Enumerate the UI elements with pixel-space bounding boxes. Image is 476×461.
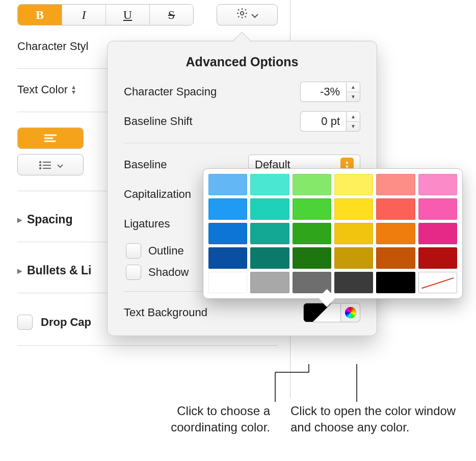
color-swatch[interactable] [208, 272, 247, 293]
baseline-label: Baseline [124, 158, 167, 171]
color-swatch[interactable] [418, 247, 457, 269]
color-wheel-icon [345, 307, 356, 318]
character-spacing-value[interactable]: -3% [300, 82, 346, 102]
color-swatch[interactable] [250, 174, 289, 195]
outline-label: Outline [148, 244, 184, 258]
character-spacing-label: Character Spacing [124, 85, 217, 98]
italic-button[interactable]: I [62, 5, 105, 25]
color-palette-popover [203, 168, 463, 299]
color-swatch[interactable] [208, 247, 247, 269]
color-swatch[interactable] [208, 223, 247, 244]
color-swatch[interactable] [418, 198, 457, 220]
baseline-shift-value[interactable]: 0 pt [300, 111, 346, 132]
color-swatch[interactable] [208, 174, 247, 195]
color-swatch[interactable] [376, 223, 415, 244]
underline-button[interactable]: U [105, 5, 149, 25]
open-color-window-button[interactable] [341, 303, 360, 322]
outline-checkbox[interactable] [126, 243, 141, 259]
drop-cap-checkbox[interactable] [17, 315, 33, 330]
color-swatch[interactable] [418, 272, 457, 293]
color-swatch[interactable] [250, 272, 289, 293]
advanced-options-button[interactable] [217, 4, 278, 25]
capitalization-label: Capitalization [124, 188, 191, 201]
color-swatch[interactable] [250, 247, 289, 269]
chevron-down-icon [57, 158, 63, 171]
stepper-buttons[interactable]: ▲▼ [346, 82, 360, 102]
color-swatch[interactable] [293, 174, 331, 195]
baseline-shift-label: Baseline Shift [124, 115, 193, 128]
color-swatch[interactable] [208, 198, 247, 220]
color-swatch[interactable] [250, 198, 289, 220]
ligatures-label: Ligatures [124, 217, 170, 231]
character-spacing-stepper[interactable]: -3% ▲▼ [300, 82, 360, 102]
drop-cap-label: Drop Cap [41, 316, 91, 329]
color-swatch[interactable] [293, 272, 331, 293]
color-swatch[interactable] [376, 272, 415, 293]
disclosure-triangle-icon: ▸ [17, 265, 22, 276]
color-swatch[interactable] [376, 174, 415, 195]
color-swatch[interactable] [293, 223, 331, 244]
color-swatch[interactable] [334, 247, 373, 269]
color-swatch[interactable] [334, 174, 373, 195]
color-swatch[interactable] [334, 198, 373, 220]
align-left-button[interactable] [17, 127, 84, 149]
callout-right: Click to open the color window and choos… [290, 403, 459, 436]
text-background-color-well[interactable] [303, 303, 341, 322]
callout-left: Click to choose a coordinating color. [107, 403, 270, 436]
color-swatch[interactable] [418, 174, 457, 195]
svg-point-8 [39, 167, 41, 169]
svg-point-6 [39, 164, 41, 166]
gear-icon [236, 7, 248, 22]
shadow-checkbox[interactable] [126, 265, 141, 280]
text-style-group: B I U S [17, 4, 194, 25]
strikethrough-button[interactable]: S [149, 5, 193, 25]
chevron-updown-icon: ▴▾ [72, 85, 75, 95]
list-indent-button[interactable] [17, 154, 84, 175]
svg-point-0 [241, 12, 244, 15]
disclosure-triangle-icon: ▸ [17, 214, 22, 225]
color-swatch[interactable] [376, 247, 415, 269]
color-swatch[interactable] [376, 198, 415, 220]
baseline-shift-stepper[interactable]: 0 pt ▲▼ [300, 111, 360, 132]
stepper-buttons[interactable]: ▲▼ [346, 111, 360, 132]
shadow-label: Shadow [148, 266, 189, 279]
color-swatch[interactable] [293, 198, 331, 220]
bold-button[interactable]: B [18, 5, 62, 25]
chevron-down-icon [251, 8, 258, 21]
popover-title: Advanced Options [124, 55, 360, 69]
svg-point-4 [39, 161, 41, 163]
color-swatch[interactable] [334, 272, 373, 293]
color-swatch[interactable] [293, 247, 331, 269]
text-background-label: Text Background [124, 306, 207, 319]
color-swatch[interactable] [250, 223, 289, 244]
color-swatch[interactable] [334, 223, 373, 244]
color-swatch[interactable] [418, 223, 457, 244]
